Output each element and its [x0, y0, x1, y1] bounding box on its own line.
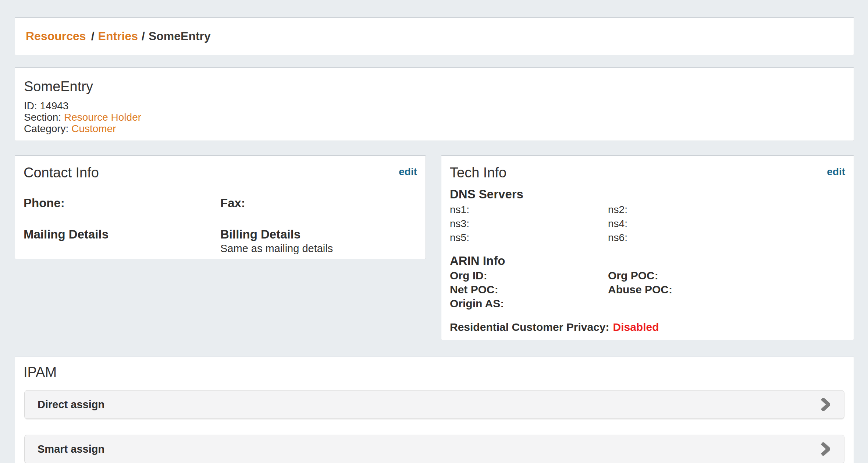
entry-summary-panel: SomeEntry ID: 14943 Section: Resource Ho… [15, 67, 854, 141]
entry-category-line: Category: Customer [24, 123, 845, 134]
tech-info-title: Tech Info [450, 165, 845, 181]
entry-id-value: 14943 [40, 100, 69, 112]
entry-id-label: ID: [24, 100, 37, 112]
residential-privacy-status: Disabled [613, 321, 659, 333]
contact-details-row: Mailing Details Billing Details Same as … [24, 227, 417, 255]
breadcrumb-link-resources[interactable]: Resources [26, 29, 86, 43]
entry-category-label: Category: [24, 123, 68, 134]
smart-assign-label: Smart assign [38, 443, 821, 455]
phone-label: Phone: [24, 196, 220, 211]
breadcrumb-link-entries[interactable]: Entries [98, 29, 138, 43]
chevron-right-icon [821, 398, 830, 411]
tech-info-panel: Tech Info edit DNS Servers ns1: ns2: ns3… [441, 155, 854, 340]
ns5-label: ns5: [450, 231, 608, 245]
ipam-title: IPAM [24, 364, 844, 380]
entry-section-line: Section: Resource Holder [24, 112, 845, 123]
ipam-row-direct-assign[interactable]: Direct assign [24, 390, 844, 419]
abuse-poc-label: Abuse POC: [608, 283, 845, 297]
entry-id-line: ID: 14943 [24, 100, 845, 112]
ns2-label: ns2: [608, 203, 845, 217]
ns6-label: ns6: [608, 231, 845, 245]
ns1-label: ns1: [450, 203, 608, 217]
contact-info-title: Contact Info [24, 165, 417, 181]
tech-edit-link[interactable]: edit [827, 166, 845, 178]
breadcrumb: Resources / Entries / SomeEntry [15, 17, 854, 55]
chevron-right-icon [821, 442, 830, 456]
page-title: SomeEntry [24, 78, 845, 95]
origin-as-label: Origin AS: [450, 297, 608, 311]
breadcrumb-current-entry: SomeEntry [149, 29, 211, 43]
arin-info-heading: ARIN Info [450, 253, 845, 269]
contact-phone-fax-row: Phone: Fax: [24, 196, 417, 211]
direct-assign-label: Direct assign [38, 399, 821, 411]
net-poc-label: Net POC: [450, 283, 608, 297]
org-id-label: Org ID: [450, 269, 608, 283]
entry-category-link[interactable]: Customer [71, 123, 116, 134]
entry-section-label: Section: [24, 112, 61, 123]
residential-privacy-label: Residential Customer Privacy: [450, 321, 609, 333]
contact-edit-link[interactable]: edit [399, 166, 417, 178]
billing-details-label: Billing Details [220, 227, 417, 242]
ipam-panel: IPAM Direct assign Smart assign [15, 357, 854, 463]
ns4-label: ns4: [608, 217, 845, 231]
entry-section-link[interactable]: Resource Holder [64, 112, 141, 123]
entry-meta: ID: 14943 Section: Resource Holder Categ… [24, 100, 845, 134]
breadcrumb-separator: / [142, 29, 145, 43]
ns3-label: ns3: [450, 217, 608, 231]
breadcrumb-separator: / [91, 29, 95, 43]
org-poc-label: Org POC: [608, 269, 845, 283]
info-panels-row: Contact Info edit Phone: Fax: Mailing De… [15, 155, 854, 340]
residential-privacy-line: Residential Customer Privacy:Disabled [450, 320, 845, 334]
billing-details-note: Same as mailing details [220, 242, 417, 255]
mailing-details-label: Mailing Details [24, 227, 220, 242]
fax-label: Fax: [220, 196, 417, 211]
dns-servers-grid: ns1: ns2: ns3: ns4: ns5: ns6: [450, 203, 845, 245]
arin-info-grid: Org ID: Org POC: Net POC: Abuse POC: Ori… [450, 269, 845, 311]
dns-servers-heading: DNS Servers [450, 187, 845, 202]
ipam-row-smart-assign[interactable]: Smart assign [24, 435, 844, 463]
contact-info-panel: Contact Info edit Phone: Fax: Mailing De… [15, 155, 426, 259]
